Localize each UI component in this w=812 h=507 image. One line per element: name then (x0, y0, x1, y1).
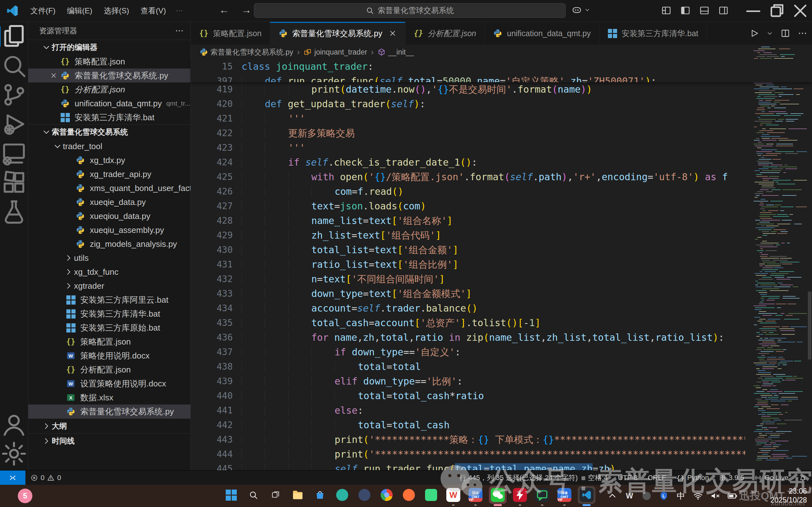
section-大纲[interactable]: 大纲 (28, 418, 191, 433)
breadcrumb-item[interactable]: 索普量化雪球交易系统.py (210, 47, 293, 57)
folder-xg_tdx_func[interactable]: xg_tdx_func (28, 265, 191, 279)
file-安装第三方库阿里云.bat[interactable]: 安装第三方库阿里云.bat (28, 293, 191, 307)
run-dropdown-icon[interactable] (766, 30, 773, 37)
command-center-search[interactable]: 索普量化雪球交易系统 (254, 3, 566, 18)
tab-安装第三方库清华.bat[interactable]: 安装第三方库清华.bat (599, 22, 707, 45)
taskbar-app-store[interactable] (311, 486, 329, 504)
file-xg_trader_api.py[interactable]: xg_trader_api.py (28, 167, 191, 181)
extensions-icon[interactable] (0, 168, 28, 197)
menu-文件(F)[interactable]: 文件(F) (25, 3, 61, 18)
toggle-panel-icon[interactable] (699, 5, 710, 16)
toggle-sidebar-icon[interactable] (680, 5, 691, 16)
file-zig_models_analysis.py[interactable]: zig_models_analysis.py (28, 237, 191, 251)
close-icon[interactable] (50, 72, 57, 79)
toggle-secondary-sidebar-icon[interactable] (718, 5, 729, 16)
account-icon[interactable] (0, 410, 28, 439)
restore-button[interactable] (765, 0, 789, 21)
remote-indicator[interactable] (0, 470, 25, 485)
taskbar-app-search[interactable] (245, 486, 262, 504)
tray-dark-dot-icon[interactable] (641, 491, 652, 501)
open-editor-unification_data_qmt.py[interactable]: unification_data_qmt.pyqmt_tr... (28, 97, 191, 110)
taskbar-app-wps[interactable]: W (444, 486, 462, 504)
tray-chevron-up-icon[interactable] (607, 491, 618, 501)
settings-gear-icon[interactable] (0, 439, 28, 468)
menu-选择(S)[interactable]: 选择(S) (98, 3, 135, 18)
close-icon[interactable] (388, 29, 397, 38)
file-xueqie_data.py[interactable]: xueqie_data.py (28, 195, 191, 209)
file-策略配置.json[interactable]: {}策略配置.json (28, 335, 191, 349)
remote-explorer-icon[interactable] (0, 138, 28, 168)
file-xms_quant_bond_user_factor_trad...[interactable]: xms_quant_bond_user_factor_trad... (28, 181, 191, 195)
explorer-icon[interactable] (0, 22, 28, 51)
folder-trader_tool[interactable]: trader_tool (28, 139, 191, 153)
file-索普量化雪球交易系统.py[interactable]: 索普量化雪球交易系统.py (28, 404, 191, 418)
testing-icon[interactable] (0, 197, 28, 226)
python-interpreter[interactable]: 3.9.5 (714, 474, 749, 482)
nav-back-icon[interactable]: ← (219, 4, 229, 16)
taskbar-app-start[interactable] (222, 486, 240, 504)
folder-xgtrader[interactable]: xgtrader (28, 279, 191, 293)
source-control-icon[interactable] (0, 80, 28, 109)
taskbar-app-guojin-qmt[interactable]: 国金QMTVIP (467, 486, 484, 504)
customize-layout-icon[interactable] (661, 5, 672, 16)
copilot-button[interactable] (572, 4, 590, 15)
tray-volume-mute-icon[interactable] (710, 491, 720, 501)
file-设置策略使用说明.docx[interactable]: W设置策略使用说明.docx (28, 377, 191, 391)
workspace-root[interactable]: 索普量化雪球交易系统 (28, 124, 191, 139)
taskbar-app-task-view[interactable] (267, 486, 284, 504)
split-editor-button[interactable] (780, 28, 791, 38)
open-editor-安装第三方库清华.bat[interactable]: 安装第三方库清华.bat (28, 110, 191, 124)
eol-status[interactable]: CRLF (643, 474, 671, 482)
editor-more-actions-icon[interactable] (797, 28, 808, 38)
open-editor-分析配置.json[interactable]: {}分析配置.json (28, 82, 191, 97)
go-live-button[interactable]: Go Live (749, 474, 794, 482)
file-数据.xlsx[interactable]: X数据.xlsx (28, 391, 191, 404)
system-clock[interactable]: 23:06 2025/10/28 (770, 487, 807, 504)
menu-overflow-button[interactable]: ··· (172, 5, 187, 16)
taskbar-app-firefox[interactable] (400, 486, 418, 504)
taskbar-app-app-dark[interactable] (356, 486, 373, 504)
close-button[interactable] (789, 0, 812, 21)
language-status[interactable]: {}Python (671, 474, 714, 482)
taskbar-app-vscode[interactable] (578, 486, 596, 504)
tab-策略配置.json[interactable]: {}策略配置.json (191, 22, 270, 45)
file-xg_tdx.py[interactable]: xg_tdx.py (28, 153, 191, 167)
notifications-bell-icon[interactable] (794, 474, 812, 482)
menu-查看(V)[interactable]: 查看(V) (135, 3, 172, 18)
taskbar-app-guojin-qmt-2[interactable]: 国金QMTVIP (555, 486, 573, 504)
selection-info[interactable]: 行 445，列 35 选择(已选择 24 个字符) (454, 473, 583, 483)
file-分析配置.json[interactable]: {}分析配置.json (28, 362, 191, 377)
indent-status[interactable]: 空格:4 (583, 473, 613, 483)
open-editor-策略配置.json[interactable]: {}策略配置.json (28, 55, 191, 68)
breadcrumb-item[interactable]: joinquant_trader (314, 48, 367, 56)
section-时间线[interactable]: 时间线 (28, 433, 191, 448)
taskbar-app-file-explorer[interactable] (289, 486, 307, 504)
minimize-button[interactable] (742, 0, 765, 21)
minimap[interactable] (752, 45, 807, 470)
explorer-more-actions-icon[interactable] (175, 26, 184, 36)
tray-shield-l-icon[interactable]: L (658, 491, 669, 501)
breadcrumb-item[interactable]: __init__ (388, 48, 414, 56)
run-and-debug-icon[interactable] (0, 109, 28, 138)
search-icon[interactable] (0, 51, 28, 80)
taskbar-app-edge[interactable] (333, 486, 351, 504)
tab-unification_data_qmt.py[interactable]: unification_data_qmt.py (485, 22, 599, 45)
taskbar-app-chrome[interactable] (378, 486, 395, 504)
code-area[interactable]: 419 print(datetime.now(),'{}不是交易时间'.form… (191, 82, 812, 476)
folder-utils[interactable]: utils (28, 251, 191, 265)
run-python-file-button[interactable] (749, 28, 759, 38)
nav-forward-icon[interactable]: → (241, 4, 252, 16)
problems-status[interactable]: 00 (25, 474, 66, 482)
tray-wifi-icon[interactable] (693, 491, 703, 501)
editor-scrollbar[interactable] (807, 45, 812, 470)
file-策略使用说明.docx[interactable]: W策略使用说明.docx (28, 349, 191, 362)
tray-ime-icon[interactable]: 中 (675, 491, 686, 501)
taskbar-app-wechat[interactable] (489, 486, 507, 504)
open-editor-索普量化雪球交易系统.py[interactable]: 索普量化雪球交易系统.py (28, 68, 191, 82)
file-安装第三方库清华.bat[interactable]: 安装第三方库清华.bat (28, 307, 191, 321)
taskbar-app-app-green[interactable] (422, 486, 440, 504)
file-安装第三方库原始.bat[interactable]: 安装第三方库原始.bat (28, 321, 191, 335)
tab-索普量化雪球交易系统.py[interactable]: 索普量化雪球交易系统.py (270, 22, 405, 45)
tab-分析配置.json[interactable]: {}分析配置.json (405, 22, 485, 45)
taskbar-app-chat-green[interactable] (533, 486, 551, 504)
